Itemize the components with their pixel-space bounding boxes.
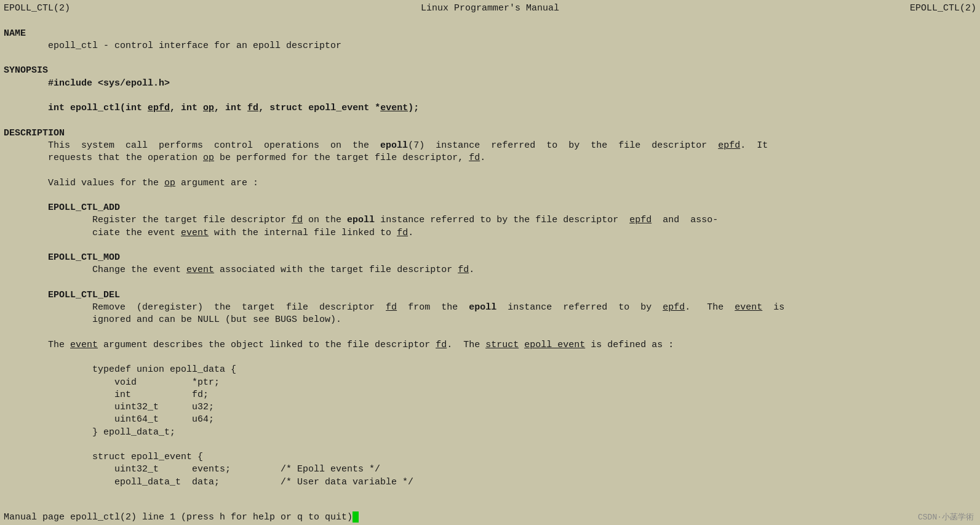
blank-line-7 [4,239,976,252]
name-content: epoll_ctl - control interface for an epo… [4,40,976,52]
struct-epoll-data: epoll_data_t data; /* User data variable… [4,476,976,489]
blank-line-4 [4,114,976,127]
epoll-ctl-mod-heading: EPOLL_CTL_MOD [4,252,976,264]
watermark: CSDN·小菡学術 [918,511,974,523]
blank-line-1 [4,15,976,27]
epoll-ctl-mod-line-1: Change the event event associated with t… [4,264,976,276]
typedef-uint32: uint32_t u32; [4,401,976,414]
epoll-ctl-del-line-2: ignored and can be NULL (but see BUGS be… [4,314,976,326]
header-center: Linux Programmer's Manual [421,2,559,15]
event-argument-line: The event argument describes the object … [4,339,976,351]
epoll-ctl-add-heading: EPOLL_CTL_ADD [4,202,976,214]
blank-line-3 [4,90,976,102]
synopsis-include: #include <sys/epoll.h> [4,78,976,90]
typedef-void-ptr: void *ptr; [4,377,976,389]
blank-line-10 [4,351,976,364]
synopsis-function: int epoll_ctl(int epfd, int op, int fd, … [4,102,976,114]
description-line-2: requests that the operation op be perfor… [4,152,976,164]
blank-line-9 [4,327,976,339]
epoll-ctl-del-line-1: Remove (deregister) the target file desc… [4,302,976,314]
typedef-union-line: typedef union epoll_data { [4,364,976,376]
man-page-header: EPOLL_CTL(2) Linux Programmer's Manual E… [4,2,976,15]
description-heading: DESCRIPTION [4,127,976,140]
description-line-1: This system call performs control operat… [4,140,976,152]
terminal-window: EPOLL_CTL(2) Linux Programmer's Manual E… [0,0,980,525]
synopsis-heading: SYNOPSIS [4,65,976,77]
status-bar: Manual page epoll_ctl(2) line 1 (press h… [0,509,980,525]
name-heading: NAME [4,28,976,40]
blank-line-6 [4,190,976,202]
description-valid-values: Valid values for the op argument are : [4,177,976,190]
struct-epoll-event-open: struct epoll_event { [4,451,976,463]
header-right: EPOLL_CTL(2) [910,2,976,15]
blank-line-11 [4,439,976,451]
blank-line-8 [4,277,976,289]
epoll-ctl-add-line-2: ciate the event event with the internal … [4,227,976,239]
status-text: Manual page epoll_ctl(2) line 1 (press h… [4,512,353,523]
typedef-closing: } epoll_data_t; [4,427,976,439]
epoll-ctl-add-line-1: Register the target file descriptor fd o… [4,214,976,226]
header-left: EPOLL_CTL(2) [4,2,70,15]
blank-line-5 [4,164,976,177]
status-cursor [353,511,359,523]
man-page-content: EPOLL_CTL(2) Linux Programmer's Manual E… [4,2,976,507]
blank-line-2 [4,52,976,65]
typedef-uint64: uint64_t u64; [4,414,976,426]
epoll-ctl-del-heading: EPOLL_CTL_DEL [4,289,976,302]
typedef-int-fd: int fd; [4,389,976,401]
struct-uint32-events: uint32_t events; /* Epoll events */ [4,463,976,476]
